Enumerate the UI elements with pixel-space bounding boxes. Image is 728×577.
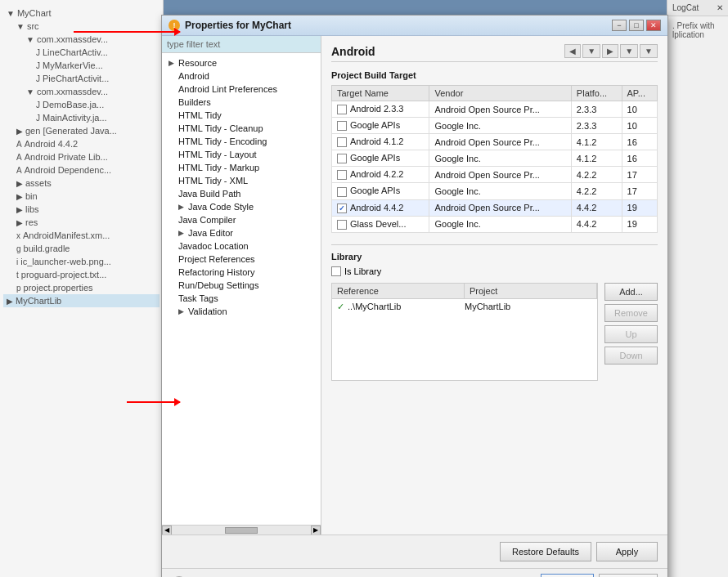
ide-tree-item: pproject.properties xyxy=(3,281,160,294)
settings-tree-item[interactable]: Builders xyxy=(162,96,321,109)
library-section: Library Is Library Reference Project ✓..… xyxy=(331,244,658,381)
titlebar-buttons: − □ ✕ xyxy=(612,20,661,31)
is-library-checkbox[interactable] xyxy=(331,266,341,276)
ide-background: ▼MyChart▼src▼com.xxmassdev...JLineChartA… xyxy=(0,0,164,577)
ide-tree-item: JPieChartActivit... xyxy=(3,72,160,85)
lib-table-header: Reference Project xyxy=(332,284,597,299)
settings-tree-item[interactable]: HTML Tidy - Markup xyxy=(162,161,321,174)
ide-tree-item: iic_launcher-web.png... xyxy=(3,255,160,268)
settings-tree-item[interactable]: ▶Validation xyxy=(162,305,321,318)
settings-tree-item[interactable]: Refactoring History xyxy=(162,266,321,279)
restore-defaults-button[interactable]: Restore Defaults xyxy=(500,542,591,561)
ide-tree-item: ▼com.xxmassdev... xyxy=(3,85,160,98)
build-target-row[interactable]: Google APIs Google Inc. 4.1.2 16 xyxy=(332,150,658,167)
logcat-close: ✕ xyxy=(717,3,723,12)
dialog-footer: Restore Defaults Apply xyxy=(162,535,667,568)
arrow-mychart xyxy=(74,31,180,33)
ide-tree-item: ▼com.xxmassdev... xyxy=(3,33,160,46)
up-button[interactable]: Up xyxy=(604,325,658,343)
col-target-name: Target Name xyxy=(332,86,429,101)
scroll-thumb[interactable] xyxy=(225,527,258,534)
settings-tree-item[interactable]: HTML Tidy - Layout xyxy=(162,148,321,161)
filter-input[interactable] xyxy=(162,36,321,53)
arrow-mychartlib xyxy=(127,401,180,403)
apply-button[interactable]: Apply xyxy=(596,542,658,561)
settings-tree-item[interactable]: ▶Java Code Style xyxy=(162,200,321,213)
lib-table-area: Reference Project ✓..\MyChartLib MyChart… xyxy=(331,283,658,381)
nav-menu-button[interactable]: ▼ xyxy=(640,44,658,58)
dialog-body: ▶ResourceAndroidAndroid Lint Preferences… xyxy=(162,36,667,535)
nav-dropdown-button[interactable]: ▼ xyxy=(582,44,600,58)
nav-back-button[interactable]: ◀ xyxy=(564,44,581,58)
ide-tree-item: ▶bin xyxy=(3,190,160,203)
ide-tree-item: ▼MyChart xyxy=(3,7,160,20)
settings-tree-item[interactable]: Task Tags xyxy=(162,292,321,305)
ide-tree-item: JMainActivity.ja... xyxy=(3,111,160,124)
lib-col-reference: Reference xyxy=(332,284,465,298)
library-header: Library xyxy=(331,244,658,262)
ide-tree-item: ▶MyChartLib xyxy=(3,294,160,307)
settings-tree-item[interactable]: Java Compiler xyxy=(162,213,321,226)
settings-tree-item[interactable]: ▶Resource xyxy=(162,56,321,69)
settings-tree-item[interactable]: HTML Tidy - Cleanup xyxy=(162,122,321,135)
down-button[interactable]: Down xyxy=(604,347,658,365)
maximize-button[interactable]: □ xyxy=(629,20,644,31)
build-target-row[interactable]: Glass Devel... Google Inc. 4.4.2 19 xyxy=(332,216,658,232)
remove-button[interactable]: Remove xyxy=(604,304,658,322)
settings-tree-item[interactable]: Run/Debug Settings xyxy=(162,279,321,292)
ide-tree-item: JLineChartActiv... xyxy=(3,46,160,59)
close-button[interactable]: ✕ xyxy=(646,20,661,31)
build-target-row[interactable]: Google APIs Google Inc. 2.3.3 10 xyxy=(332,118,658,134)
nav-forward-dropdown[interactable]: ▼ xyxy=(620,44,638,58)
ok-cancel-bar: ? OK Cancel xyxy=(162,568,667,577)
properties-dialog: ! Properties for MyChart − □ ✕ ▶Resource… xyxy=(161,15,668,577)
lib-buttons: Add... Remove Up Down xyxy=(604,283,658,381)
settings-tree-item[interactable]: HTML Tidy - XML xyxy=(162,174,321,187)
build-target-row[interactable]: ✓Android 4.4.2 Android Open Source Pr...… xyxy=(332,199,658,216)
settings-tree-item[interactable]: Project References xyxy=(162,253,321,266)
settings-tree-item[interactable]: Java Build Path xyxy=(162,187,321,200)
minimize-button[interactable]: − xyxy=(612,20,627,31)
col-api: AP... xyxy=(622,86,657,101)
settings-tree-item[interactable]: HTML Tidy - Encoding xyxy=(162,135,321,148)
nav-buttons: ◀ ▼ ▶ ▼ ▼ xyxy=(564,44,658,58)
dialog-titlebar: ! Properties for MyChart − □ ✕ xyxy=(162,16,667,36)
ok-buttons: OK Cancel xyxy=(541,574,658,577)
settings-tree-item[interactable]: ▶Java Editor xyxy=(162,226,321,239)
lib-col-project: Project xyxy=(465,284,597,298)
is-library-label: Is Library xyxy=(344,266,381,276)
right-panel: Android ◀ ▼ ▶ ▼ ▼ Project Build Target T… xyxy=(321,36,667,535)
scroll-right-arrow[interactable]: ▶ xyxy=(311,526,321,535)
ide-tree-item: ▶res xyxy=(3,216,160,229)
build-target-row[interactable]: Android 4.2.2 Android Open Source Pr... … xyxy=(332,167,658,183)
ide-tree-item: tproguard-project.txt... xyxy=(3,268,160,281)
lib-table-row[interactable]: ✓..\MyChartLib MyChartLib xyxy=(332,299,597,315)
ok-button[interactable]: OK xyxy=(541,574,594,577)
build-target-row[interactable]: Google APIs Google Inc. 4.2.2 17 xyxy=(332,183,658,199)
ide-project-tree: ▼MyChart▼src▼com.xxmassdev...JLineChartA… xyxy=(0,0,163,314)
scroll-left-arrow[interactable]: ◀ xyxy=(162,526,172,535)
android-title: Android xyxy=(331,45,375,58)
logcat-content: . Prefix with lplication xyxy=(667,16,728,44)
nav-forward-button[interactable]: ▶ xyxy=(602,44,618,58)
right-panel-title: Android ◀ ▼ ▶ ▼ ▼ xyxy=(331,44,658,62)
ide-tree-item: ▶assets xyxy=(3,177,160,190)
settings-tree-item[interactable]: Android Lint Preferences xyxy=(162,83,321,96)
horizontal-scrollbar[interactable]: ◀ ▶ xyxy=(162,525,321,535)
add-button[interactable]: Add... xyxy=(604,283,658,301)
col-vendor: Vendor xyxy=(429,86,571,101)
settings-tree-item[interactable]: Android xyxy=(162,69,321,83)
logcat-label: LogCat xyxy=(672,3,699,12)
lib-table: Reference Project ✓..\MyChartLib MyChart… xyxy=(331,283,598,381)
ide-tree-item: AAndroid Private Lib... xyxy=(3,150,160,163)
col-platform: Platfo... xyxy=(571,86,622,101)
build-target-row[interactable]: Android 2.3.3 Android Open Source Pr... … xyxy=(332,101,658,118)
ide-tree-item: ▶libs xyxy=(3,203,160,216)
settings-tree-item[interactable]: Javadoc Location xyxy=(162,239,321,253)
ide-tree-item: AAndroid Dependenc... xyxy=(3,163,160,177)
build-target-row[interactable]: Android 4.1.2 Android Open Source Pr... … xyxy=(332,134,658,150)
ide-tree-item: ▶gen [Generated Java... xyxy=(3,124,160,137)
lib-table-body: ✓..\MyChartLib MyChartLib xyxy=(332,299,597,373)
cancel-button[interactable]: Cancel xyxy=(599,574,658,577)
settings-tree-item[interactable]: HTML Tidy xyxy=(162,109,321,122)
